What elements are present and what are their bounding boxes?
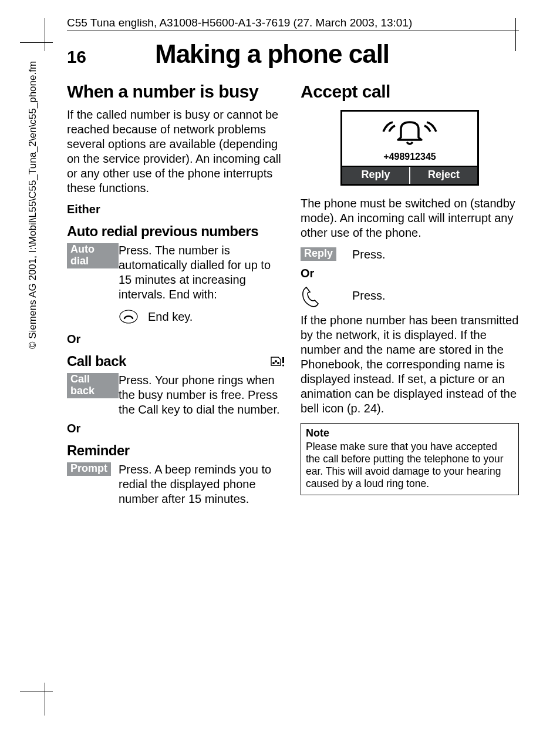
softkey-reply[interactable]: Reply [342, 167, 409, 184]
phone-screen-top: +498912345 [342, 112, 477, 166]
note-body: Please make sure that you have accepted … [306, 441, 514, 490]
or-label-2: Or [67, 422, 285, 435]
autodial-row: Auto dial Press. The number is automatic… [67, 243, 285, 302]
callkey-text: Press. [352, 284, 519, 303]
accept-para2: If the phone number has been transmitted… [301, 313, 519, 416]
incoming-number: +498912345 [342, 152, 477, 162]
reply-row: Reply Press. [301, 247, 519, 262]
autodial-button[interactable]: Auto dial [67, 243, 119, 268]
phone-softkeys: Reply Reject [342, 166, 477, 184]
accept-call-heading: Accept call [301, 82, 519, 102]
callback-text: Press. Your phone rings when the busy nu… [119, 373, 285, 417]
page-title: Making a phone call [155, 39, 389, 69]
end-key-label: End key. [148, 310, 285, 324]
svg-rect-4 [282, 357, 284, 363]
reply-button[interactable]: Reply [301, 247, 336, 261]
callback-heading: Call back [67, 353, 285, 370]
reminder-heading: Reminder [67, 442, 285, 459]
end-key-icon [119, 307, 139, 327]
title-row: 16 Making a phone call [67, 39, 519, 69]
header-rule [67, 31, 519, 31]
reminder-heading-text: Reminder [67, 442, 130, 459]
accept-intro: The phone must be switched on (standby m… [301, 196, 519, 240]
autodial-text: Press. The number is automatically diall… [119, 243, 285, 302]
left-column: When a number is busy If the called numb… [67, 82, 285, 511]
page-number: 16 [67, 47, 155, 67]
crop-mark [45, 683, 45, 716]
or-label-right: Or [301, 267, 519, 280]
autoredial-heading-text: Auto redial previous numbers [67, 223, 258, 240]
sim-service-icon [268, 355, 285, 368]
callback-button[interactable]: Call back [67, 373, 119, 398]
page-content: C55 Tuna english, A31008-H5600-A1-3-7619… [67, 16, 519, 511]
phone-screen: +498912345 Reply Reject [340, 110, 479, 186]
reply-key: Reply [301, 247, 352, 261]
callback-heading-text: Call back [67, 353, 126, 370]
busy-intro: If the called number is busy or cannot b… [67, 108, 285, 196]
header-text: C55 Tuna english, A31008-H5600-A1-3-7619… [67, 16, 519, 29]
autoredial-heading: Auto redial previous numbers [67, 223, 285, 240]
prompt-text: Press. A beep reminds you to redial the … [119, 462, 285, 506]
columns: When a number is busy If the called numb… [67, 82, 519, 511]
svg-point-2 [275, 360, 277, 362]
callback-key: Call back [67, 373, 119, 398]
callkey-row: Press. [301, 284, 519, 308]
callback-row: Call back Press. Your phone rings when t… [67, 373, 285, 417]
autodial-key: Auto dial [67, 243, 119, 268]
reply-text: Press. [352, 247, 519, 262]
right-column: Accept call +498912345 [301, 82, 519, 511]
note-title: Note [306, 427, 514, 439]
prompt-row: Prompt Press. A beep reminds you to redi… [67, 462, 285, 506]
end-key-row: End key. [119, 307, 285, 327]
prompt-key: Prompt [67, 462, 119, 476]
bell-ringing-icon [342, 116, 477, 149]
softkey-reject[interactable]: Reject [409, 167, 477, 184]
note-box: Note Please make sure that you have acce… [301, 423, 519, 495]
or-label-1: Or [67, 333, 285, 346]
svg-point-5 [282, 364, 284, 366]
either-label: Either [67, 203, 285, 216]
prompt-button[interactable]: Prompt [67, 462, 111, 476]
crop-mark [45, 18, 45, 51]
copyright-sidebar: © Siemens AG 2001, I:\Mobil\L55\C55_Tuna… [27, 61, 39, 349]
svg-point-3 [277, 362, 279, 364]
crop-mark [20, 42, 53, 43]
call-key-icon [301, 284, 352, 308]
svg-point-1 [272, 362, 275, 364]
section-busy-heading: When a number is busy [67, 82, 285, 102]
crop-mark [20, 691, 53, 691]
